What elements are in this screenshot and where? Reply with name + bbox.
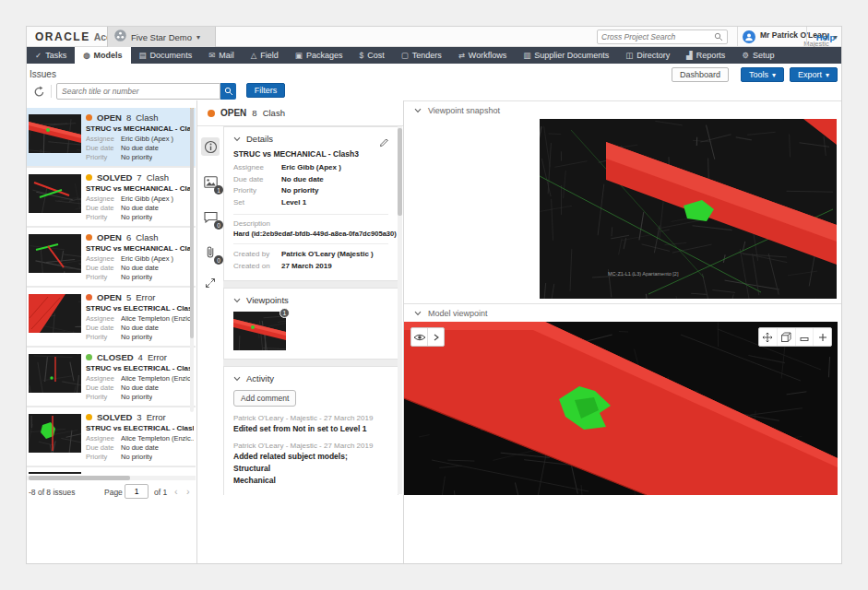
tab-setup[interactable]: ⚙Setup <box>733 47 782 64</box>
section-cube-icon[interactable] <box>777 328 795 346</box>
count-badge: 1 <box>214 185 223 195</box>
svg-text:MC-Z1-L1 (L3) Apartamento [2]: MC-Z1-L1 (L3) Apartamento [2] <box>608 271 679 277</box>
chevron-down-icon[interactable] <box>233 136 241 142</box>
search-icon[interactable] <box>714 29 727 45</box>
issue-type: Error <box>136 292 155 302</box>
issues-list-scrollbar[interactable] <box>190 108 194 412</box>
documents-icon: ▤ <box>139 51 147 60</box>
search-button[interactable] <box>220 83 236 100</box>
activity-entry: Patrick O'Leary - Majestic - 27 March 20… <box>233 414 388 434</box>
add-comment-button[interactable]: Add comment <box>233 390 296 407</box>
activity-meta: Patrick O'Leary - Majestic - 27 March 20… <box>233 414 388 422</box>
issue-card-partial[interactable] <box>27 467 196 474</box>
tools-button[interactable]: Tools▾ <box>741 67 784 82</box>
zoom-in-icon[interactable] <box>813 328 831 346</box>
issue-card[interactable]: OPEN6ClashSTRUC vs MECHANICAL - Clash1As… <box>27 228 196 286</box>
issue-search-input[interactable] <box>57 87 220 96</box>
filters-button[interactable]: Filters <box>246 83 285 98</box>
pan-icon[interactable] <box>759 328 777 346</box>
attachments-icon[interactable]: 0 <box>201 242 220 261</box>
issues-list-hscrollbar[interactable] <box>27 476 196 480</box>
page-number-input[interactable] <box>125 484 149 499</box>
refresh-icon[interactable] <box>33 85 46 98</box>
comments-icon[interactable]: 0 <box>201 207 220 226</box>
issue-card[interactable]: CLOSED4ErrorSTRUC vs ELECTRICAL - Clash3… <box>27 348 196 406</box>
markup-icon[interactable] <box>201 274 220 292</box>
issue-title: STRUC vs MECHANICAL - Clash1 <box>86 244 194 253</box>
tab-documents[interactable]: ▤Documents <box>131 47 201 64</box>
dashboard-button[interactable]: Dashboard <box>672 67 729 82</box>
tab-directory[interactable]: ◫Directory <box>617 47 678 64</box>
details-icon-rail: 100 <box>197 126 223 563</box>
info-icon[interactable] <box>201 137 220 156</box>
project-selector[interactable]: Five Star Demo ▾ <box>107 27 216 47</box>
tab-models[interactable]: ◍Models <box>75 47 130 64</box>
issue-card[interactable]: OPEN8ClashSTRUC vs MECHANICAL - Clash3As… <box>27 108 196 166</box>
chevron-down-icon[interactable] <box>414 311 422 316</box>
issue-search-box[interactable] <box>56 83 220 100</box>
issue-card[interactable]: OPEN5ErrorSTRUC vs ELECTRICAL - Clash4As… <box>27 288 196 346</box>
chevron-down-icon[interactable] <box>233 376 241 382</box>
expand-chevron-right-icon[interactable] <box>427 328 444 346</box>
set-value: Level 1 <box>281 197 306 209</box>
issue-card[interactable]: SOLVED7ClashSTRUC vs MECHANICAL - Clash2… <box>27 168 196 226</box>
due-date-value: No due date <box>281 174 324 186</box>
status-label: OPEN <box>220 108 246 118</box>
viewpoint-snapshot-image: MC-Z1-L1 (L3) Apartamento [2] <box>540 119 837 299</box>
pagination: -8 of 8 issues Page of 1 ‹ › <box>27 484 196 501</box>
status-dot <box>208 110 215 117</box>
issue-number: 3 <box>137 412 141 422</box>
visibility-eye-icon[interactable] <box>411 328 427 346</box>
issue-type: Clash <box>263 108 285 118</box>
viewpoint-snapshot-title: Viewpoint snapshot <box>428 106 500 115</box>
next-page-icon[interactable]: › <box>186 486 190 497</box>
viewpoint-thumbnail[interactable]: 1 <box>233 312 286 350</box>
tab-packages[interactable]: ▣Packages <box>287 47 351 64</box>
tab-tasks[interactable]: ✓Tasks <box>27 47 75 64</box>
issue-card[interactable]: SOLVED3ErrorSTRUC vs ELECTRICAL - Clash2… <box>27 407 196 466</box>
issue-title: STRUC vs ELECTRICAL - Clash3 <box>86 364 194 372</box>
viewpoints-icon[interactable]: 1 <box>201 172 220 191</box>
issue-type: Clash <box>147 172 169 183</box>
nav-tabs: ✓Tasks◍Models▤Documents✉Mail△Field▣Packa… <box>27 47 841 64</box>
toolbar: Issues Dashboard Tools▾ Export▾ Filters <box>27 64 841 100</box>
cross-project-search-input[interactable] <box>598 32 714 41</box>
chevron-down-icon[interactable] <box>233 298 241 303</box>
minimize-bar-icon[interactable] <box>795 328 814 346</box>
desktop: { "header": { "brand": "ORACLE", "brand_… <box>0 0 868 590</box>
tab-field[interactable]: △Field <box>243 47 287 64</box>
tab-mail[interactable]: ✉Mail <box>200 47 243 64</box>
cross-project-search[interactable] <box>597 30 728 44</box>
page-label: Page <box>104 488 123 497</box>
activity-meta: Patrick O'Leary - Majestic - 27 March 20… <box>233 493 388 495</box>
viewer-panel: Viewpoint snapshot MC-Z1-L1 (L3) Apartam… <box>404 100 841 563</box>
previous-page-icon[interactable]: ‹ <box>174 486 178 497</box>
model-viewpoint-canvas[interactable] <box>404 322 838 495</box>
field-icon: △ <box>251 51 257 60</box>
priority-value: No priority <box>281 185 318 197</box>
export-button[interactable]: Export▾ <box>790 67 838 82</box>
tab-supplier-documents[interactable]: ▥Supplier Documents <box>515 47 617 64</box>
issues-count: -8 of 8 issues <box>29 488 76 497</box>
tab-reports[interactable]: ▟Reports <box>678 47 733 64</box>
divider <box>51 85 52 98</box>
chevron-down-icon[interactable] <box>414 108 422 113</box>
tab-workflows[interactable]: ⇄Workflows <box>450 47 515 64</box>
tab-tenders[interactable]: ▢Tenders <box>393 47 450 64</box>
tab-cost[interactable]: $Cost <box>351 47 392 64</box>
status-dot <box>86 114 92 121</box>
page-title: Issues <box>30 69 56 79</box>
issues-list-panel: OPEN8ClashSTRUC vs MECHANICAL - Clash3As… <box>27 100 197 563</box>
status-dot <box>86 294 92 301</box>
directory-icon: ◫ <box>625 51 633 60</box>
edit-icon[interactable] <box>379 135 389 151</box>
details-scrollbar[interactable] <box>398 126 402 494</box>
activity-card: Activity Add comment Patrick O'Leary - M… <box>223 366 398 495</box>
project-avatar-icon <box>114 29 126 45</box>
issues-list: OPEN8ClashSTRUC vs MECHANICAL - Clash3As… <box>27 108 196 474</box>
help-link[interactable]: Help <box>806 27 842 47</box>
activity-section-title: Activity <box>246 373 274 384</box>
status-label: OPEN <box>97 112 122 123</box>
issue-number: 4 <box>138 352 143 362</box>
reports-icon: ▟ <box>686 51 693 60</box>
